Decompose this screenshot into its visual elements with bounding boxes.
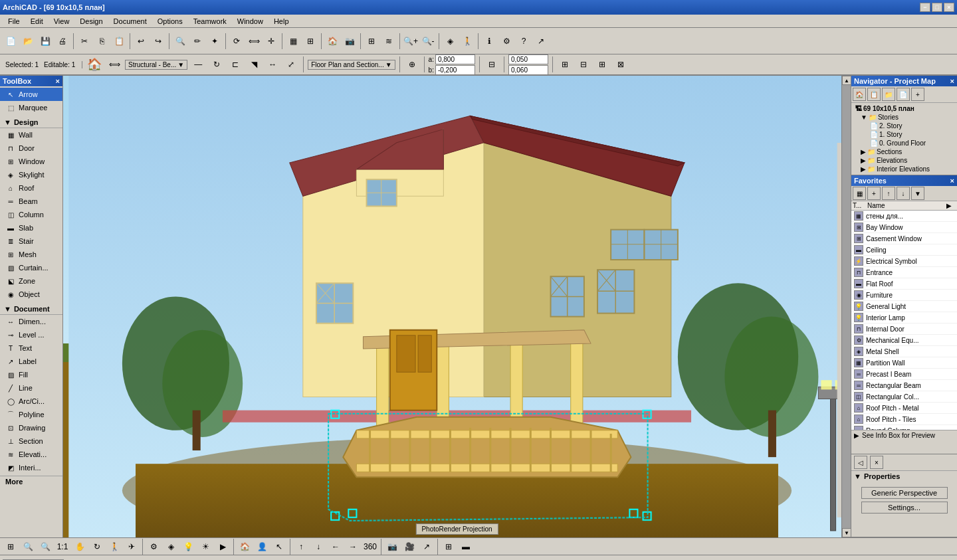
element-settings-button[interactable]: 🏠 [85, 55, 104, 74]
tool-polyline[interactable]: ⌒ Polyline [0, 408, 62, 421]
prop-btn-1[interactable]: ◁ [854, 456, 867, 469]
print-button[interactable]: 🖨 [54, 33, 70, 49]
menu-edit[interactable]: Edit [25, 16, 49, 27]
scroll-up-button[interactable]: ▲ [842, 76, 851, 85]
menu-window[interactable]: Window [232, 16, 268, 27]
grid-button[interactable]: ⊞ [557, 56, 573, 72]
save-button[interactable]: 💾 [37, 33, 53, 49]
scroll-down-button[interactable]: ▼ [842, 528, 851, 537]
tool-elevation[interactable]: ≋ Elevati... [0, 448, 62, 461]
bt-render[interactable]: ◈ [163, 539, 179, 555]
grid2-button[interactable]: ⊟ [576, 56, 591, 72]
bt-down[interactable]: ↓ [310, 539, 326, 555]
angle-button[interactable]: ◥ [246, 56, 262, 72]
fav-item-metal-shell[interactable]: ◈ Metal Shell [851, 346, 957, 357]
a-input[interactable] [435, 54, 475, 64]
tree-stories[interactable]: ▼ 📁 Stories [854, 113, 954, 122]
bt-left[interactable]: ← [328, 539, 344, 555]
tree-sections[interactable]: ▶ 📁 Sections [854, 147, 954, 156]
nav-folder-button[interactable]: 📁 [882, 88, 895, 101]
bt-more2[interactable]: ▶ [215, 539, 231, 555]
scale-button[interactable]: ↔ [265, 56, 280, 72]
cut2-button[interactable]: ⊏ [227, 56, 243, 72]
tool-roof[interactable]: ⌂ Roof [0, 181, 62, 195]
fav-item-roof-tiles[interactable]: ⌂ Roof Pitch - Tiles [851, 414, 957, 425]
fav-item-interior-lamp[interactable]: 💡 Interior Lamp [851, 312, 957, 324]
close-button[interactable]: × [944, 3, 954, 12]
camera-button[interactable]: 📷 [342, 33, 358, 49]
fav-item-partition-wall[interactable]: ▦ Partition Wall [851, 357, 957, 369]
vertical-scrollbar[interactable]: ▲ ▼ [841, 76, 851, 537]
bt-up[interactable]: ↑ [293, 539, 309, 555]
layer-dropdown[interactable]: Structural - Be... ▼ [125, 60, 187, 70]
menu-options[interactable]: Options [152, 16, 188, 27]
navigator-close[interactable]: × [950, 77, 954, 85]
pen-button[interactable]: ✏ [189, 33, 205, 49]
fav-btn-3[interactable]: ↑ [882, 187, 895, 200]
bt-video[interactable]: 🎥 [401, 539, 417, 555]
nav-tree-button[interactable]: 📄 [897, 88, 910, 101]
fav-item-general-light[interactable]: 💡 General Light [851, 301, 957, 312]
bt-orbit[interactable]: ↻ [89, 539, 105, 555]
grid4-button[interactable]: ⊠ [613, 56, 629, 72]
tool-zone[interactable]: ⬕ Zone [0, 274, 62, 288]
circular-button[interactable]: ↻ [209, 56, 225, 72]
bt-walk[interactable]: 🚶 [106, 539, 122, 555]
floor-plan-dropdown[interactable]: Floor Plan and Section... ▼ [308, 60, 395, 70]
redo-button[interactable]: ↪ [150, 33, 166, 49]
tool-window[interactable]: ⊞ Window [0, 155, 62, 168]
help2-button[interactable]: ? [516, 33, 532, 49]
3d-viewport[interactable]: PhotoRender Projection [63, 76, 851, 537]
bt-sun[interactable]: ☀ [197, 539, 213, 555]
tree-elevations[interactable]: ▶ 📁 Elevations [854, 156, 954, 165]
tool-more[interactable]: More [0, 476, 62, 487]
tool-line[interactable]: ╱ Line [0, 381, 62, 395]
maximize-button[interactable]: □ [932, 3, 942, 12]
tool-object[interactable]: ◉ Object [0, 288, 62, 301]
tool-arc[interactable]: ◯ Arc/Ci... [0, 395, 62, 408]
bt-cursor[interactable]: ↖ [271, 539, 287, 555]
fav-item-ceiling[interactable]: ▬ Ceiling [851, 244, 957, 256]
prop-btn-2[interactable]: × [870, 456, 883, 469]
open-button[interactable]: 📂 [20, 33, 36, 49]
new-button[interactable]: 📄 [3, 33, 19, 49]
walk-button[interactable]: 🚶 [459, 33, 475, 49]
bt-photo[interactable]: 📷 [384, 539, 400, 555]
fav-item-roof-metal[interactable]: ⌂ Roof Pitch - Metal [851, 403, 957, 414]
tool-beam[interactable]: ═ Beam [0, 195, 62, 208]
view3d-button[interactable]: 🏠 [324, 33, 340, 49]
tool-fill[interactable]: ▨ Fill [0, 368, 62, 381]
tool-dimen[interactable]: ↔ Dimen... [0, 315, 62, 328]
zoom-out-button[interactable]: 🔍- [420, 33, 436, 49]
bt-person[interactable]: 👤 [254, 539, 270, 555]
design-section-header[interactable]: ▼ Design [0, 117, 62, 128]
bt-pan[interactable]: ✋ [72, 539, 88, 555]
bt-light[interactable]: 💡 [180, 539, 196, 555]
tool-curtain[interactable]: ▧ Curtain... [0, 261, 62, 274]
tool-section[interactable]: ⊥ Section [0, 434, 62, 448]
menu-help[interactable]: Help [268, 16, 294, 27]
tool-stair[interactable]: ≣ Stair [0, 234, 62, 248]
fav-item-steny[interactable]: ▦ стены для... [851, 211, 957, 222]
tool-slab[interactable]: ▬ Slab [0, 221, 62, 234]
fav-item-bay-window[interactable]: ⊞ Bay Window [851, 222, 957, 233]
fav-item-round-col[interactable]: ○ Round Column [851, 425, 957, 430]
settings2-button[interactable]: ⚙ [498, 33, 514, 49]
bt-export[interactable]: ↗ [419, 539, 435, 555]
bt-right[interactable]: → [345, 539, 361, 555]
menu-teamwork[interactable]: Teamwork [188, 16, 232, 27]
tree-story-1[interactable]: 📄 1. Story [854, 130, 954, 139]
fav-btn-5[interactable]: ▼ [911, 187, 924, 200]
fav-btn-2[interactable]: + [867, 187, 881, 200]
fav-btn-1[interactable]: ▦ [853, 187, 866, 200]
toolbox-close[interactable]: × [56, 77, 60, 85]
fav-item-casement[interactable]: ⊞ Casement Window [851, 233, 957, 244]
tree-interior-elevations[interactable]: ▶ 📁 Interior Elevations [854, 165, 954, 173]
b-input[interactable] [435, 65, 475, 75]
fav-item-mechanical[interactable]: ⚙ Mechanical Equ... [851, 335, 957, 346]
menu-document[interactable]: Document [108, 16, 152, 27]
tool-text[interactable]: T Text [0, 341, 62, 355]
tool-drawing[interactable]: ⊡ Drawing [0, 421, 62, 434]
tool-level[interactable]: ⊸ Level ... [0, 328, 62, 341]
bt-fly[interactable]: ✈ [124, 539, 140, 555]
